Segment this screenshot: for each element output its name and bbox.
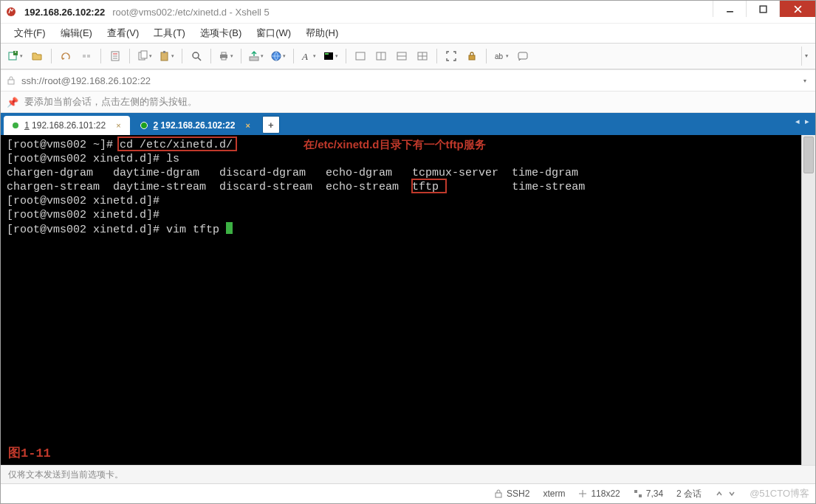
svg-rect-43 xyxy=(639,494,642,497)
tab-session-1[interactable]: 1 192.168.26.101:22 × xyxy=(4,116,130,135)
disconnect-button[interactable] xyxy=(77,46,96,66)
divider xyxy=(241,49,241,63)
menu-window[interactable]: 窗口(W) xyxy=(250,24,297,42)
title-host: 192.168.26.102:22 xyxy=(24,7,105,18)
svg-rect-22 xyxy=(222,52,226,55)
status-dot-icon xyxy=(13,122,18,128)
tab1-label: 192.168.26.101:22 xyxy=(32,120,106,131)
status-ssh: SSH2 xyxy=(494,489,529,499)
watermark: @51CTO博客 xyxy=(750,487,809,500)
menu-tabs[interactable]: 选项卡(B) xyxy=(194,24,247,42)
color-scheme-button[interactable]: ▾ xyxy=(320,46,341,66)
status-size: 118x22 xyxy=(578,489,620,499)
new-session-button[interactable]: ▾ xyxy=(5,46,26,66)
svg-point-0 xyxy=(7,7,16,16)
svg-text:A: A xyxy=(301,51,308,62)
svg-rect-9 xyxy=(83,55,86,58)
cursor-pos-icon xyxy=(634,489,642,498)
svg-rect-17 xyxy=(161,52,168,61)
title-bar: 192.168.26.102:22 root@vms002:/etc/xinet… xyxy=(1,1,815,23)
term-l5: [root@vms002 xinetd.d]# xyxy=(7,195,160,207)
svg-rect-18 xyxy=(163,51,165,53)
svg-rect-23 xyxy=(222,58,226,60)
address-dropdown[interactable]: ▾ xyxy=(803,77,806,84)
divider xyxy=(436,49,437,63)
tab1-close[interactable]: × xyxy=(116,121,120,130)
tab2-close[interactable]: × xyxy=(245,121,250,130)
menu-view[interactable]: 查看(V) xyxy=(101,24,145,42)
reconnect-button[interactable] xyxy=(56,46,75,66)
divider xyxy=(51,49,52,63)
close-button[interactable] xyxy=(779,1,815,17)
terminal[interactable]: [root@vms002 ~]# cd /etc/xinetd.d/ [root… xyxy=(1,135,801,465)
hint-text: 要添加当前会话，点击左侧的箭头按钮。 xyxy=(24,95,197,108)
lock-icon xyxy=(7,76,16,85)
divider xyxy=(486,49,487,63)
status-nav[interactable] xyxy=(715,489,736,498)
svg-rect-39 xyxy=(518,52,527,59)
term-l7: [root@vms002 xinetd.d]# vim tftp xyxy=(7,224,226,236)
menu-tools[interactable]: 工具(T) xyxy=(148,24,191,42)
status-dot-icon xyxy=(140,122,148,129)
properties-button[interactable] xyxy=(106,46,125,66)
status-ssh-text: SSH2 xyxy=(507,489,529,499)
highlight-tftp xyxy=(411,179,447,193)
menu-help[interactable]: 帮助(H) xyxy=(300,24,344,42)
tab-scroll-arrows[interactable]: ◂ ▸ xyxy=(795,117,811,126)
menu-edit[interactable]: 编辑(E) xyxy=(55,24,98,42)
highlight-cd-cmd xyxy=(117,137,237,151)
term-l4a: chargen-stream daytime-stream discard-st… xyxy=(7,181,412,193)
paste-button[interactable]: ▾ xyxy=(157,46,177,66)
copy-button[interactable]: ▾ xyxy=(134,46,155,66)
encoding-button[interactable]: ab▾ xyxy=(491,46,512,66)
terminal-scrollbar[interactable] xyxy=(801,135,815,465)
help-button[interactable] xyxy=(513,46,532,66)
up-icon xyxy=(715,489,724,498)
find-button[interactable] xyxy=(187,46,206,66)
maximize-button[interactable] xyxy=(746,1,779,17)
minimize-button[interactable] xyxy=(713,1,746,17)
hint-bar: 📌 要添加当前会话，点击左侧的箭头按钮。 xyxy=(1,92,815,113)
svg-text:ab: ab xyxy=(495,52,504,61)
divider xyxy=(100,49,101,63)
lock-button[interactable] xyxy=(462,46,481,66)
globe-button[interactable]: ▾ xyxy=(268,46,289,66)
tab-session-2[interactable]: 2 192.168.26.102:22 × xyxy=(131,116,259,135)
svg-rect-40 xyxy=(8,80,14,84)
svg-rect-28 xyxy=(325,53,329,55)
layout2-button[interactable] xyxy=(371,46,391,66)
size-icon xyxy=(578,489,587,498)
cursor xyxy=(226,222,233,234)
address-url[interactable]: ssh://root@192.168.26.102:22 xyxy=(21,75,798,86)
fullscreen-button[interactable] xyxy=(442,46,461,66)
status-sessions: 2 会话 xyxy=(676,488,702,500)
term-l3: chargen-dgram daytime-dgram discard-dgra… xyxy=(7,167,578,179)
status-pos: 7,34 xyxy=(634,489,663,499)
svg-rect-24 xyxy=(250,57,258,61)
terminal-area: [root@vms002 ~]# cd /etc/xinetd.d/ [root… xyxy=(1,135,815,465)
annotation-text: 在/etc/xinetd.d目录下有一个tftp服务 xyxy=(304,137,486,151)
svg-rect-41 xyxy=(496,493,501,497)
print-button[interactable]: ▾ xyxy=(216,46,236,66)
term-l6: [root@vms002 xinetd.d]# xyxy=(7,209,160,221)
app-icon xyxy=(5,6,17,18)
status-pos-text: 7,34 xyxy=(646,489,663,499)
toolbar-overflow[interactable]: ▾ xyxy=(801,46,811,66)
status-bar: SSH2 xterm 118x22 7,34 2 会话 @51CTO博客 xyxy=(1,483,815,503)
status-size-text: 118x22 xyxy=(591,489,620,499)
layout3-button[interactable] xyxy=(392,46,411,66)
font-button[interactable]: A▾ xyxy=(298,46,319,66)
pin-icon[interactable]: 📌 xyxy=(7,97,18,108)
tab-add-button[interactable]: + xyxy=(262,116,280,134)
open-session-button[interactable] xyxy=(27,46,47,66)
down-icon xyxy=(727,489,736,498)
scroll-thumb[interactable] xyxy=(803,137,814,173)
transfer-button[interactable]: ▾ xyxy=(246,46,267,66)
layout1-button[interactable] xyxy=(351,46,370,66)
svg-rect-16 xyxy=(141,51,147,58)
divider xyxy=(129,49,130,63)
menu-bar: 文件(F) 编辑(E) 查看(V) 工具(T) 选项卡(B) 窗口(W) 帮助(… xyxy=(1,23,815,43)
app-window: 192.168.26.102:22 root@vms002:/etc/xinet… xyxy=(0,0,816,504)
menu-file[interactable]: 文件(F) xyxy=(8,24,52,42)
layout4-button[interactable] xyxy=(413,46,432,66)
